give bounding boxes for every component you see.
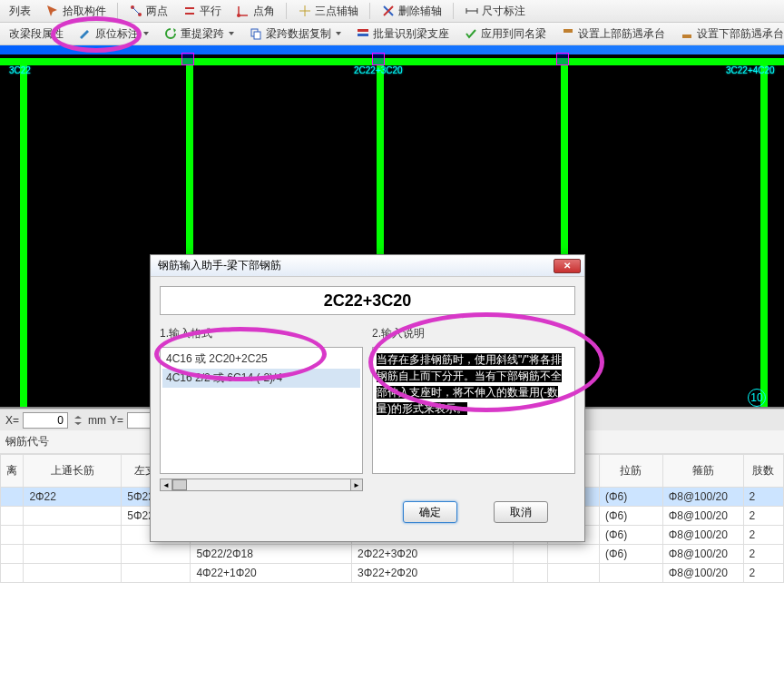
table-cell[interactable]: (Φ6) [599,507,662,526]
table-cell[interactable]: 5Φ22/2Φ18 [191,545,352,564]
beam-node[interactable] [556,53,569,65]
beam-vertical[interactable] [20,58,27,407]
table-cell[interactable]: (Φ6) [599,545,662,564]
table-cell[interactable]: Φ8@100/20 [662,488,743,507]
table-row[interactable]: 5Φ22/2Φ182Φ22+3Φ20(Φ6)Φ8@100/202 [1,545,784,564]
stepper-icon[interactable] [72,414,84,427]
table-cell[interactable]: 2 [743,507,783,526]
table-row[interactable]: 4Φ22+1Φ203Φ22+2Φ20Φ8@100/202 [1,564,784,583]
format-list-item[interactable]: 4C16 2/2 或 6C14 (-2)/4 [162,369,360,388]
svg-line-2 [132,7,140,15]
table-cell[interactable] [547,564,599,583]
section-format-label: 1.输入格式 [160,326,363,341]
tool-three-point-axis[interactable]: 三点辅轴 [292,2,364,21]
table-cell[interactable]: Φ8@100/20 [662,564,743,583]
dropdown-icon [143,32,149,35]
tool-copy-span-data[interactable]: 梁跨数据复制 [243,25,347,44]
table-cell[interactable]: Φ8@100/20 [662,526,743,545]
scroll-left-button[interactable]: ◄ [160,479,172,491]
table-cell[interactable]: (Φ6) [599,526,662,545]
scroll-track[interactable] [172,479,350,491]
cad-label-mid: 2C22+3C20 [354,65,403,75]
table-cell[interactable] [547,545,599,564]
tool-dimension[interactable]: 尺寸标注 [459,2,531,21]
col-tie[interactable]: 拉筋 [599,455,662,488]
table-cell[interactable]: 2 [743,545,783,564]
tool-pick-component[interactable]: 拾取构件 [40,2,112,21]
separator [286,3,287,19]
table-cell[interactable] [513,564,547,583]
table-cell[interactable]: 4Φ22+1Φ20 [191,564,352,583]
dialog-titlebar[interactable]: 钢筋输入助手-梁下部钢筋 ✕ [151,255,584,277]
table-cell[interactable]: 3Φ22+2Φ20 [352,564,514,583]
format-list-item[interactable]: 4C16 或 2C20+2C25 [162,350,360,369]
table-cell[interactable] [1,564,24,583]
copy-icon [249,26,263,41]
separator [117,3,118,19]
tool-apply-same-name[interactable]: 应用到同名梁 [458,25,552,44]
tool-modify-beam-segment[interactable]: 改梁段属性 [4,25,69,44]
table-cell[interactable] [24,526,122,545]
tool-parallel[interactable]: 平行 [177,2,227,21]
horizontal-scrollbar[interactable]: ◄ ► [160,478,363,492]
apply-icon [464,26,478,41]
svg-rect-18 [682,35,691,38]
table-cell[interactable] [24,564,122,583]
tool-set-bottom-rebar[interactable]: 设置下部筋遇承台 [674,25,784,44]
col-top-long[interactable]: 上通长筋 [24,455,122,488]
dialog-body: 1.输入格式 4C16 或 2C20+2C25 4C16 2/2 或 6C14 … [151,277,584,541]
table-cell[interactable] [24,545,122,564]
tool-set-top-rebar[interactable]: 设置上部筋遇承台 [555,25,671,44]
table-cell[interactable]: 2 [743,488,783,507]
beam-horizontal[interactable] [0,58,784,65]
table-cell[interactable]: Φ8@100/20 [662,545,743,564]
scroll-right-button[interactable]: ► [350,479,363,491]
table-cell[interactable] [24,507,122,526]
col-stirrup[interactable]: 箍筋 [662,455,743,488]
x-input[interactable] [23,412,68,429]
beam-node[interactable] [181,53,194,65]
tool-inplace-annotation[interactable]: 原位标注 [73,25,154,44]
parallel-icon [182,4,197,18]
table-cell[interactable]: 2Φ22 [24,488,122,507]
table-cell[interactable] [1,488,24,507]
table-cell[interactable] [122,564,191,583]
tool-list[interactable]: 列表 [4,2,36,21]
tool-point-angle[interactable]: 点角 [230,2,280,21]
annotation-icon [78,26,93,41]
table-cell[interactable]: 2Φ22+3Φ20 [352,545,514,564]
refresh-icon [163,26,178,41]
cancel-button[interactable]: 取消 [494,501,548,523]
table-cell[interactable]: 2 [743,564,783,583]
unit-label: mm [88,414,106,427]
tool-reextract-span[interactable]: 重提梁跨 [158,25,240,44]
tool-batch-recognize[interactable]: 批量识别梁支座 [350,25,455,44]
table-cell[interactable] [1,507,24,526]
col-gap[interactable]: 离 [1,455,24,488]
table-cell[interactable]: (Φ6) [599,488,662,507]
col-limbs[interactable]: 肢数 [743,455,783,488]
section-desc-label: 2.输入说明 [372,326,575,341]
dialog-right-column: 2.输入说明 当存在多排钢筋时，使用斜线"/"将各排钢筋自上而下分开。当有下部钢… [372,326,575,492]
canvas-ruler [0,45,784,54]
table-cell[interactable] [1,526,24,545]
beam-vertical[interactable] [760,58,768,407]
axis-icon [298,4,312,18]
dialog-close-button[interactable]: ✕ [554,259,581,273]
table-cell[interactable] [1,545,24,564]
table-cell[interactable] [513,545,547,564]
table-cell[interactable]: 2 [743,526,783,545]
scroll-thumb[interactable] [172,479,187,490]
top-rebar-icon [561,26,575,41]
table-cell[interactable] [122,545,191,564]
beam-node[interactable] [372,53,385,65]
svg-rect-16 [358,34,368,36]
ok-button[interactable]: 确定 [403,501,457,523]
description-box: 当存在多排钢筋时，使用斜线"/"将各排钢筋自上而下分开。当有下部钢筋不全部伸入支… [372,347,575,474]
table-cell[interactable] [599,564,662,583]
tool-two-points[interactable]: 两点 [123,2,173,21]
rebar-input-field[interactable] [160,286,575,315]
tool-delete-axis[interactable]: 删除辅轴 [376,2,447,21]
table-cell[interactable]: Φ8@100/20 [662,507,743,526]
format-list[interactable]: 4C16 或 2C20+2C25 4C16 2/2 或 6C14 (-2)/4 [160,347,363,474]
